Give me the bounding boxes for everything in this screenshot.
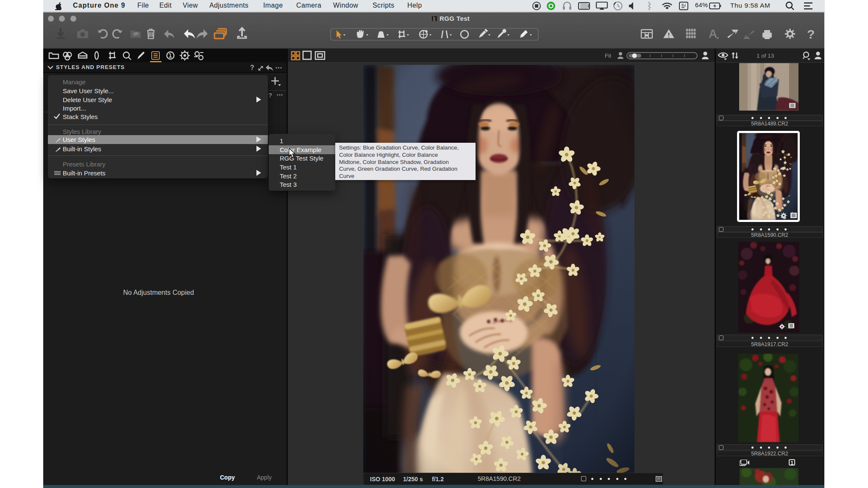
svg-text:?: ? [807,27,815,41]
svg-text:?: ? [268,92,272,99]
svg-text:?: ? [250,64,255,71]
svg-text:1 of 13: 1 of 13 [757,53,774,59]
svg-text:Fit: Fit [605,53,611,59]
svg-text:A: A [709,27,717,40]
